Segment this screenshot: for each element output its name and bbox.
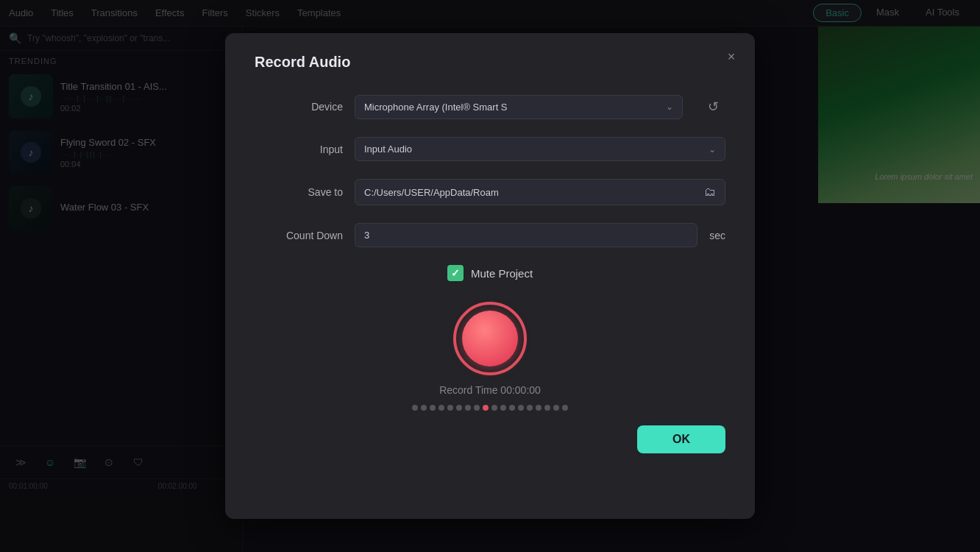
sec-label: sec xyxy=(709,230,725,241)
check-icon: ✓ xyxy=(451,267,460,279)
input-chevron-icon: ⌄ xyxy=(709,144,716,155)
device-select[interactable]: Microphone Array (Intel® Smart S ⌄ xyxy=(355,95,683,119)
mute-project-label: Mute Project xyxy=(471,267,533,280)
record-dot-2 xyxy=(421,405,427,411)
count-down-label: Count Down xyxy=(255,230,343,241)
modal-close-button[interactable]: × xyxy=(721,46,742,67)
count-down-input[interactable] xyxy=(355,223,697,247)
record-dot-18 xyxy=(562,405,568,411)
record-audio-modal: Record Audio × Device Microphone Array (… xyxy=(225,33,755,519)
record-dot-5 xyxy=(447,405,453,411)
save-to-path-box: C:/Users/USER/AppData/Roam 🗂 xyxy=(355,179,725,205)
record-dot-14 xyxy=(527,405,533,411)
record-dot-17 xyxy=(553,405,559,411)
record-dot-3 xyxy=(430,405,436,411)
modal-overlay: Record Audio × Device Microphone Array (… xyxy=(0,0,980,552)
record-time: Record Time 00:00:00 xyxy=(439,384,541,396)
input-label: Input xyxy=(255,144,343,155)
record-dot-7 xyxy=(465,405,471,411)
record-dot-10 xyxy=(491,405,497,411)
modal-title: Record Audio xyxy=(255,54,725,71)
record-dot-8 xyxy=(474,405,480,411)
mute-project-checkbox[interactable]: ✓ xyxy=(447,265,464,281)
input-control: Input Audio ⌄ xyxy=(355,137,725,161)
count-down-input-wrap: sec xyxy=(355,223,725,247)
record-button-inner xyxy=(462,311,518,367)
device-label: Device xyxy=(255,101,343,113)
record-dot-4 xyxy=(438,405,444,411)
device-chevron-icon: ⌄ xyxy=(666,102,673,112)
record-dot-13 xyxy=(518,405,524,411)
record-dot-6 xyxy=(456,405,462,411)
refresh-button[interactable]: ↺ xyxy=(700,94,725,119)
record-dots xyxy=(412,405,568,411)
folder-icon[interactable]: 🗂 xyxy=(704,185,716,199)
record-area: Record Time 00:00:00 xyxy=(255,302,725,411)
device-value: Microphone Array (Intel® Smart S xyxy=(364,102,660,113)
mute-project-row: ✓ Mute Project xyxy=(255,265,725,281)
save-to-path: C:/Users/USER/AppData/Roam xyxy=(364,187,698,198)
input-select[interactable]: Input Audio ⌄ xyxy=(355,137,725,161)
count-down-row: Count Down sec xyxy=(255,223,725,247)
record-dot-9 xyxy=(483,405,489,411)
device-row: Device Microphone Array (Intel® Smart S … xyxy=(255,94,725,119)
input-row: Input Input Audio ⌄ xyxy=(255,137,725,161)
save-to-label: Save to xyxy=(255,186,343,198)
record-dot-16 xyxy=(544,405,550,411)
device-control: Microphone Array (Intel® Smart S ⌄ xyxy=(355,95,683,119)
input-value: Input Audio xyxy=(364,144,703,155)
record-dot-12 xyxy=(509,405,515,411)
save-to-row: Save to C:/Users/USER/AppData/Roam 🗂 xyxy=(255,179,725,205)
record-dot-15 xyxy=(536,405,542,411)
record-dot-11 xyxy=(500,405,506,411)
ok-button[interactable]: OK xyxy=(637,425,725,453)
record-dot-1 xyxy=(412,405,418,411)
save-to-control: C:/Users/USER/AppData/Roam 🗂 xyxy=(355,179,725,205)
record-button[interactable] xyxy=(453,302,527,375)
